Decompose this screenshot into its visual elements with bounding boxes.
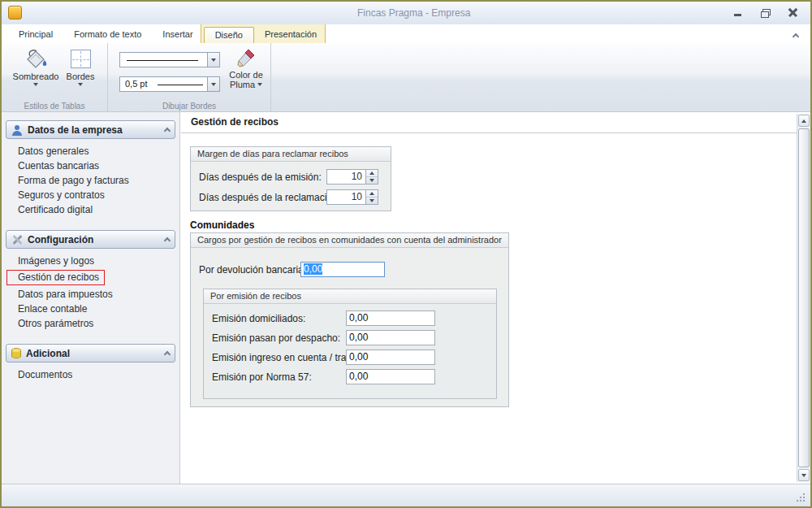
- database-icon: [11, 348, 21, 358]
- sidebar-item-datos-generales[interactable]: Datos generales: [2, 144, 179, 158]
- sidebar-item-seguros-contratos[interactable]: Seguros y contratos: [2, 188, 179, 202]
- app-window: Fincas Pragma - Empresa Herramientas de …: [0, 0, 812, 508]
- tab-diseno[interactable]: Diseño: [204, 27, 254, 43]
- spin-up-icon: [369, 192, 374, 195]
- field-label-dias-reclamacion: Días después de la reclamación:: [199, 192, 340, 203]
- field-label-dias-emision: Días después de la emisión:: [199, 172, 322, 183]
- emision-ingreso-input[interactable]: 0,00: [346, 350, 435, 365]
- group-label-draw-borders: Dibujar Bordes: [108, 102, 270, 111]
- resize-grip[interactable]: [797, 493, 807, 503]
- field-label-emision-despacho: Emisión pasan por despacho:: [212, 332, 340, 344]
- devolucion-input[interactable]: 0,00: [300, 262, 385, 277]
- spin-up-icon: [369, 172, 374, 175]
- close-button[interactable]: [783, 6, 802, 20]
- title-bar: Fincas Pragma - Empresa: [2, 2, 810, 24]
- borders-label: Bordes: [67, 72, 95, 81]
- sidebar-item-forma-de-pago[interactable]: Forma de pago y facturas: [2, 173, 179, 188]
- emision-despacho-input[interactable]: 0,00: [346, 330, 435, 345]
- sidebar-group-datos-empresa[interactable]: Datos de la empresa: [6, 120, 175, 139]
- tools-icon: [11, 234, 23, 245]
- charges-groupbox: Cargos por gestión de recibos en comunid…: [190, 232, 509, 407]
- sidebar-group-configuracion[interactable]: Configuración: [6, 230, 175, 249]
- line-width-combo[interactable]: 0,5 pt: [119, 76, 220, 92]
- spin-up-button[interactable]: [366, 190, 378, 197]
- scroll-up-button[interactable]: [798, 115, 810, 127]
- pen-color-label-line1: Color de: [229, 70, 263, 80]
- scroll-up-icon: [801, 119, 806, 123]
- emission-groupbox: Por emisión de recibos Emisión domicilia…: [203, 289, 497, 399]
- shading-label: Sombreado: [13, 72, 59, 81]
- emision-norma57-value: 0,00: [349, 371, 368, 382]
- vertical-scrollbar[interactable]: [797, 114, 810, 482]
- sidebar-group-title: Configuración: [28, 234, 160, 245]
- tab-insertar[interactable]: Insertar: [152, 27, 203, 43]
- spin-up-button[interactable]: [366, 170, 378, 176]
- emision-norma57-input[interactable]: 0,00: [346, 369, 435, 384]
- dias-reclamacion-value[interactable]: 10: [327, 190, 365, 204]
- sidebar-item-documentos[interactable]: Documentos: [2, 367, 179, 382]
- line-style-sample: [127, 60, 198, 61]
- sidebar-item-enlace-contable[interactable]: Enlace contable: [2, 302, 179, 316]
- line-style-dropdown-button[interactable]: [207, 53, 219, 67]
- sidebar-item-otros-parametros[interactable]: Otros parámetros: [2, 316, 179, 331]
- margin-days-caption: Margen de días para reclamar recibos: [191, 147, 391, 162]
- field-label-devolucion: Por devolución bancaria:: [199, 264, 306, 276]
- sidebar-group-adicional[interactable]: Adicional: [6, 344, 175, 363]
- dropdown-arrow-icon: [211, 59, 216, 62]
- tab-principal[interactable]: Principal: [8, 27, 63, 43]
- close-icon: [788, 8, 797, 17]
- chevron-up-icon: [164, 128, 171, 134]
- scrollbar-thumb[interactable]: [798, 128, 810, 467]
- content-panel: Gestión de recibos Margen de días para r…: [181, 112, 810, 484]
- borders-icon: [71, 50, 91, 68]
- sidebar-item-certificado-digital[interactable]: Certificado digital: [2, 202, 179, 217]
- app-icon[interactable]: [8, 6, 22, 20]
- communities-heading: Comunidades: [190, 219, 254, 231]
- ribbon-tab-row: Principal Formato de texto Insertar Dise…: [2, 24, 810, 43]
- restore-button[interactable]: [755, 6, 775, 20]
- tab-presentacion[interactable]: Presentación: [254, 27, 327, 43]
- sidebar-item-datos-impuestos[interactable]: Datos para impuestos: [2, 287, 179, 302]
- emision-despacho-value: 0,00: [349, 332, 368, 343]
- dias-reclamacion-spinner[interactable]: 10: [326, 189, 378, 205]
- dias-emision-spinner[interactable]: 10: [326, 169, 378, 185]
- ribbon-group-draw-borders: 0,5 pt Color de Pluma Dibujar Bordes: [108, 43, 271, 111]
- dias-emision-value[interactable]: 10: [327, 170, 365, 184]
- scroll-down-button[interactable]: [798, 469, 810, 481]
- window-title: Fincas Pragma - Empresa: [357, 7, 470, 19]
- field-label-emision-ingreso: Emisión ingreso en cuenta / transf:: [212, 352, 362, 363]
- line-width-value: 0,5 pt: [125, 79, 148, 89]
- pen-color-label-line2: Pluma: [230, 80, 255, 89]
- borders-button[interactable]: Bordes: [60, 46, 101, 98]
- sidebar-item-cuentas-bancarias[interactable]: Cuentas bancarias: [2, 158, 179, 173]
- pen-color-button[interactable]: Color de Pluma: [226, 46, 266, 98]
- sidebar-item-gestion-recibos-selected[interactable]: Gestión de recibos: [2, 268, 179, 287]
- sidebar-group-title: Datos de la empresa: [28, 124, 160, 136]
- paint-bucket-icon: [23, 47, 49, 72]
- minimize-icon: [734, 14, 741, 16]
- chevron-up-icon: [164, 351, 171, 358]
- status-bar: [2, 484, 810, 506]
- restore-icon: [761, 9, 769, 16]
- spin-down-button[interactable]: [366, 197, 378, 204]
- selected-item-highlight[interactable]: Gestión de recibos: [6, 270, 105, 285]
- tab-formato-de-texto[interactable]: Formato de texto: [63, 27, 152, 43]
- line-width-dropdown-button[interactable]: [207, 77, 219, 91]
- line-style-combo[interactable]: [119, 52, 220, 67]
- dropdown-arrow-icon: [78, 83, 83, 86]
- shading-button[interactable]: Sombreado: [15, 46, 56, 98]
- person-icon: [11, 124, 23, 136]
- pen-icon: [235, 47, 257, 70]
- margin-days-groupbox: Margen de días para reclamar recibos Día…: [190, 146, 391, 211]
- minimize-button[interactable]: [728, 6, 747, 20]
- page-title: Gestión de recibos: [181, 112, 810, 133]
- spin-down-icon: [369, 179, 374, 182]
- emision-domiciliados-input[interactable]: 0,00: [346, 310, 435, 326]
- field-label-emision-norma57: Emisión por Norma 57:: [212, 371, 312, 383]
- dropdown-arrow-icon: [211, 83, 216, 86]
- scroll-down-icon: [801, 474, 806, 477]
- sidebar-item-imagenes-logos[interactable]: Imágenes y logos: [2, 254, 179, 268]
- ribbon-group-table-styles: Sombreado Bordes Estilos de Tablas: [2, 43, 108, 111]
- chevron-up-icon: [164, 237, 171, 244]
- spin-down-button[interactable]: [366, 176, 378, 184]
